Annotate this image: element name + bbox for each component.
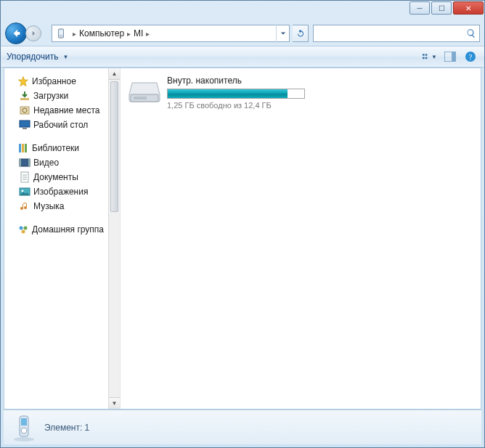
downloads-icon	[19, 90, 30, 102]
breadcrumb-folder[interactable]: MI	[134, 28, 143, 38]
status-text: Элемент: 1	[44, 423, 89, 433]
address-bar[interactable]: ▸ Компьютер ▸ MI ▸	[52, 25, 290, 42]
pictures-icon	[19, 186, 30, 197]
sidebar-item-label: Недавние места	[33, 105, 99, 115]
content-pane: Внутр. накопитель 1,25 ГБ свободно из 12…	[121, 68, 481, 409]
back-button[interactable]	[5, 23, 27, 44]
nav-row: ▸ Компьютер ▸ MI ▸	[1, 21, 484, 46]
help-icon: ?	[465, 51, 476, 62]
close-icon: ✕	[465, 4, 471, 12]
sidebar-item-label: Изображения	[33, 187, 88, 197]
sidebar-item-label: Рабочий стол	[33, 120, 88, 130]
svg-point-32	[14, 437, 34, 441]
search-icon	[466, 28, 476, 38]
documents-icon	[19, 171, 30, 183]
svg-rect-14	[23, 128, 27, 129]
arrow-left-icon	[10, 28, 22, 39]
chevron-down-icon: ▼	[431, 54, 437, 60]
chevron-down-icon: ▼	[62, 54, 68, 60]
drive-name: Внутр. накопитель	[167, 76, 317, 86]
close-button[interactable]: ✕	[453, 1, 484, 15]
svg-point-35	[21, 428, 27, 433]
nav-buttons	[5, 23, 49, 44]
libraries-label: Библиотеки	[32, 143, 79, 153]
sidebar-item-label: Документы	[33, 172, 78, 182]
sidebar-item-label: Видео	[33, 158, 59, 168]
svg-rect-4	[423, 57, 425, 60]
arrow-right-icon	[30, 30, 37, 37]
sidebar-item-pictures[interactable]: Изображения	[6, 184, 118, 199]
breadcrumb-root[interactable]: Компьютер	[79, 28, 124, 38]
sidebar-item-video[interactable]: Видео	[6, 155, 118, 170]
scroll-down-icon[interactable]: ▼	[109, 397, 120, 409]
svg-rect-7	[452, 52, 456, 62]
drive-item[interactable]: Внутр. накопитель 1,25 ГБ свободно из 12…	[128, 76, 317, 110]
homegroup-header[interactable]: Домашняя группа	[6, 222, 118, 237]
svg-rect-10	[20, 98, 29, 100]
drive-icon	[128, 78, 161, 105]
chevron-right-icon: ▸	[146, 30, 150, 38]
sidebar-item-label: Загрузки	[33, 91, 68, 101]
svg-rect-18	[20, 159, 30, 166]
help-button[interactable]: ?	[462, 49, 478, 65]
sidebar-scrollbar[interactable]: ▲ ▼	[108, 68, 120, 409]
video-icon	[19, 157, 30, 168]
chevron-right-icon: ▸	[127, 30, 131, 38]
desktop-icon	[19, 119, 30, 131]
svg-point-29	[22, 230, 25, 234]
status-bar: Элемент: 1	[4, 410, 481, 444]
svg-rect-1	[59, 30, 62, 35]
view-options-button[interactable]: ▼	[422, 49, 438, 65]
refresh-button[interactable]	[293, 25, 309, 42]
storage-bar-fill	[168, 89, 288, 98]
forward-button[interactable]	[25, 25, 41, 41]
favorites-header[interactable]: Избранное	[6, 74, 118, 89]
favorites-group: Избранное Загрузки Недавние места Рабочи…	[6, 74, 118, 132]
svg-point-27	[20, 227, 23, 230]
body: Избранное Загрузки Недавние места Рабочи…	[4, 68, 481, 410]
favorites-label: Избранное	[32, 76, 76, 86]
organize-label: Упорядочить	[7, 52, 58, 62]
svg-text:?: ?	[469, 52, 473, 61]
libraries-icon	[17, 142, 29, 154]
svg-rect-16	[22, 144, 24, 152]
libraries-header[interactable]: Библиотеки	[6, 141, 118, 155]
homegroup-label: Домашняя группа	[32, 224, 104, 235]
star-icon	[17, 76, 29, 87]
drive-free-text: 1,25 ГБ свободно из 12,4 ГБ	[167, 101, 317, 110]
svg-rect-2	[423, 54, 425, 56]
scroll-up-icon[interactable]: ▲	[109, 68, 120, 80]
search-input[interactable]	[313, 25, 480, 42]
preview-pane-button[interactable]	[442, 49, 458, 65]
recent-icon	[19, 105, 30, 116]
minimize-icon: ─	[417, 4, 422, 12]
device-icon	[55, 28, 67, 39]
sidebar-item-recent[interactable]: Недавние места	[6, 103, 118, 118]
view-icon	[423, 52, 430, 62]
sidebar-item-documents[interactable]: Документы	[6, 170, 118, 184]
address-dropdown[interactable]	[276, 25, 289, 42]
svg-rect-34	[21, 418, 27, 425]
navigation-pane: Избранное Загрузки Недавние места Рабочи…	[4, 68, 121, 409]
chevron-right-icon: ▸	[73, 30, 76, 38]
scroll-thumb[interactable]	[110, 81, 118, 212]
libraries-group: Библиотеки Видео Документы Изображения М…	[6, 141, 118, 213]
sidebar-item-music[interactable]: Музыка	[6, 199, 118, 213]
maximize-icon: ☐	[439, 4, 445, 12]
drive-info: Внутр. накопитель 1,25 ГБ свободно из 12…	[167, 76, 317, 110]
svg-rect-3	[425, 54, 428, 56]
homegroup-icon	[17, 224, 29, 235]
svg-rect-31	[134, 97, 147, 99]
sidebar-item-downloads[interactable]: Загрузки	[6, 89, 118, 103]
minimize-button[interactable]: ─	[409, 1, 430, 15]
svg-point-28	[24, 227, 28, 230]
explorer-window: ─ ☐ ✕ ▸ Компьютер ▸ MI ▸	[0, 0, 485, 448]
svg-point-26	[22, 190, 24, 192]
storage-bar	[167, 89, 305, 99]
sidebar-item-desktop[interactable]: Рабочий стол	[6, 118, 118, 132]
titlebar: ─ ☐ ✕	[1, 1, 484, 21]
maximize-button[interactable]: ☐	[431, 1, 452, 15]
svg-rect-13	[20, 121, 30, 127]
organize-button[interactable]: Упорядочить ▼	[7, 52, 68, 62]
svg-rect-5	[425, 57, 428, 60]
